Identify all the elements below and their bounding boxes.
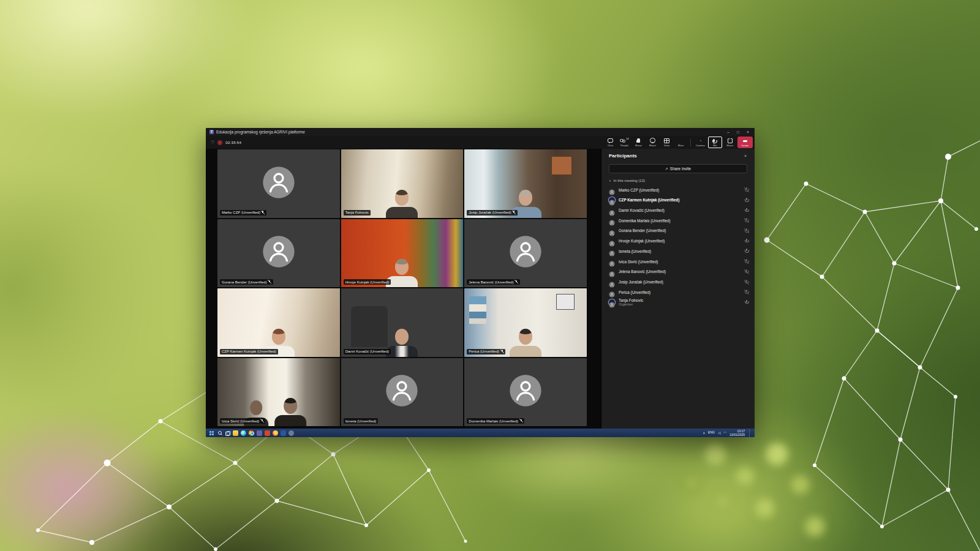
view-button[interactable]: View: [660, 137, 673, 148]
avatar-placeholder-icon: [262, 234, 296, 271]
powerpoint-icon[interactable]: [265, 430, 270, 436]
name-label: Jelena Banović (Unverified): [467, 279, 519, 285]
participant-row[interactable]: Ivica Sivrić (Unverified): [601, 257, 755, 267]
chevron-down-icon: ∨: [609, 179, 611, 182]
people-icon: [620, 139, 625, 143]
recording-indicator-icon: [217, 140, 222, 145]
start-icon[interactable]: [209, 430, 214, 436]
firefox-icon[interactable]: [273, 430, 278, 436]
more-button[interactable]: More: [674, 137, 687, 148]
participant-tile[interactable]: Perica (Unverified): [464, 288, 587, 357]
participant-tile[interactable]: Hrvoje Kutnjak (Unverified): [341, 219, 464, 288]
edge-icon[interactable]: [241, 430, 246, 436]
teams-icon[interactable]: [257, 430, 262, 436]
participant-tile[interactable]: Marko CZP (Unverified): [217, 149, 340, 218]
participant-row[interactable]: Damir Kovačić (Unverified): [601, 205, 755, 216]
participant-name: Jelena Banović (Unverified): [469, 280, 513, 284]
participant-name: Ivica Sivrić (Unverified): [619, 260, 658, 264]
participant-avatar-icon: [609, 269, 615, 275]
file-explorer-icon[interactable]: [233, 430, 238, 436]
avatar-placeholder-icon: [385, 373, 419, 410]
participant-row[interactable]: Perica (Unverified): [601, 287, 755, 298]
chrome-icon[interactable]: [249, 430, 254, 436]
participant-tile[interactable]: Jelena Banović (Unverified): [464, 219, 587, 288]
participant-row[interactable]: Hrvoje Kutnjak (Unverified): [601, 236, 755, 246]
react-button[interactable]: React: [646, 137, 659, 148]
name-label: Gorana Bender (Unverified): [220, 279, 273, 285]
participant-tile[interactable]: Tanja Folnovic: [341, 149, 464, 218]
person-silhouette: [382, 190, 421, 218]
share-invite-button[interactable]: ↗ Share invite: [609, 164, 747, 173]
teams-app-icon: T: [209, 130, 214, 134]
participant-list: Marko CZP (Unverified) CZP Karmen Kutnja…: [601, 185, 755, 307]
mic-off-icon: [519, 419, 522, 423]
close-panel-icon[interactable]: ×: [742, 154, 748, 158]
participant-name: Damir Kovačić (Unverified): [619, 208, 665, 212]
participant-tile[interactable]: Damir Kovačić (Unverified): [341, 288, 464, 357]
participant-row[interactable]: Jelena Banović (Unverified): [601, 267, 755, 277]
participant-tile[interactable]: CZP Karmen Kutnjak (Unverified): [217, 288, 340, 357]
react-icon: [650, 138, 655, 143]
participant-row[interactable]: Tanja Folnovic Organizer: [601, 298, 755, 308]
camera-button[interactable]: ∨ Camera: [694, 137, 707, 148]
participant-tile[interactable]: Ismeta (Unverified): [341, 358, 464, 427]
language-indicator[interactable]: ENG: [708, 431, 715, 435]
share-button[interactable]: Share: [723, 137, 736, 148]
volume-icon[interactable]: ◁: [718, 431, 720, 435]
participant-name: Tanja Folnovic: [345, 211, 369, 214]
mic-off-icon: [268, 280, 271, 284]
name-label: Marko CZP (Unverified): [220, 210, 266, 216]
maximize-button[interactable]: □: [734, 129, 742, 135]
chat-button[interactable]: Chat: [604, 137, 617, 148]
show-desktop-button[interactable]: [749, 429, 751, 437]
participant-role: Organizer: [619, 302, 643, 306]
minimize-button[interactable]: –: [724, 129, 733, 135]
in-meeting-section-header[interactable]: ∨ In this meeting (12): [609, 179, 747, 182]
meeting-app-window: T Edukacija programskog rješenja AGRIVI …: [206, 128, 755, 437]
settings-icon[interactable]: [288, 430, 294, 436]
mic-status-icon: [744, 218, 748, 223]
participant-tile[interactable]: Domenika Marlais (Unverified): [464, 358, 587, 427]
people-button[interactable]: 12 People: [618, 137, 631, 148]
avatar-placeholder-icon: [508, 373, 543, 410]
participant-row[interactable]: Marko CZP (Unverified): [601, 185, 755, 195]
chat-icon: [608, 138, 613, 143]
participant-name: Hrvoje Kutnjak (Unverified): [619, 239, 665, 243]
participant-row[interactable]: CZP Karmen Kutnjak (Unverified): [601, 195, 755, 206]
view-icon: [664, 138, 669, 143]
participant-row[interactable]: Gorana Bender (Unverified): [601, 226, 755, 236]
mic-off-icon: [260, 419, 263, 423]
participant-avatar-icon: [609, 258, 615, 264]
mic-off-icon: [513, 211, 516, 214]
participant-name: Damir Kovačić (Unverified): [345, 350, 389, 353]
raise-button[interactable]: Raise: [632, 137, 645, 148]
reaction-heart-icon[interactable]: ♡: [211, 140, 214, 144]
leave-button[interactable]: Leave: [737, 137, 753, 148]
hidden-icons-chevron[interactable]: ∧: [703, 431, 705, 435]
avatar-placeholder-icon: [508, 234, 543, 271]
participant-name: Josip Juračak (Unverified): [619, 280, 663, 284]
participant-tile[interactable]: Ivica Sivrić (Unverified): [217, 358, 340, 427]
search-icon[interactable]: [217, 430, 222, 436]
participant-name: Hrvoje Kutnjak (Unverified): [345, 280, 390, 284]
task-view-icon[interactable]: [225, 430, 230, 436]
taskbar-clock[interactable]: 13:17 13/01/2025: [729, 429, 745, 437]
participant-row[interactable]: Josip Juračak (Unverified): [601, 277, 755, 287]
participant-row[interactable]: Domenika Marlais (Unverified): [601, 216, 755, 226]
mic-status-icon: [744, 208, 748, 213]
mic-button[interactable]: ∨ Mic: [708, 137, 722, 148]
word-icon[interactable]: [281, 430, 286, 436]
mic-status-icon: [744, 249, 748, 253]
participant-row[interactable]: Ismeta (Unverified): [601, 246, 755, 257]
mic-status-icon: [744, 228, 748, 233]
person-silhouette: [271, 398, 310, 426]
wifi-icon[interactable]: ◠: [723, 431, 726, 435]
close-button[interactable]: ×: [744, 129, 752, 135]
mic-status-icon: [744, 239, 748, 244]
participant-name: Gorana Bender (Unverified): [222, 280, 267, 284]
participant-tile[interactable]: Josip Juračak (Unverified): [464, 149, 587, 218]
participant-avatar-icon: [609, 289, 615, 295]
participant-tile[interactable]: Gorana Bender (Unverified): [217, 219, 340, 288]
participant-avatar-icon: [609, 238, 615, 244]
window-titlebar: T Edukacija programskog rješenja AGRIVI …: [206, 128, 755, 136]
